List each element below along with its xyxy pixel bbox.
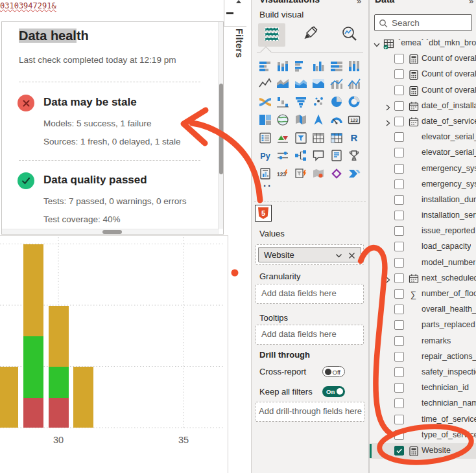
collapse-pane-icon[interactable]: » — [357, 0, 361, 6]
field-row-date_of_service[interactable]: date_of_service — [370, 114, 476, 130]
line-clustered-column-chart-icon[interactable] — [346, 75, 363, 93]
minimize-dash-icon[interactable] — [226, 12, 233, 14]
field-checkbox[interactable] — [394, 430, 404, 440]
treemap-icon[interactable] — [256, 111, 274, 128]
field-row-issue_reported[interactable]: issue_reported — [370, 224, 476, 239]
keep-all-filters-toggle[interactable]: On — [322, 386, 345, 397]
collapse-pane-icon[interactable]: » — [469, 0, 473, 6]
chevron-right-icon[interactable] — [384, 275, 392, 286]
field-row-parts_replaced[interactable]: parts_replaced — [370, 317, 476, 333]
decomposition-tree-icon[interactable] — [292, 147, 309, 165]
qna-icon[interactable] — [310, 147, 327, 165]
scatter-chart-icon[interactable] — [310, 93, 327, 111]
card-vertical-scrollbar[interactable] — [218, 22, 223, 229]
stacked-area-chart-icon[interactable] — [292, 75, 309, 93]
chevron-down-icon[interactable] — [335, 251, 342, 261]
smart-narrative-icon[interactable] — [327, 147, 345, 165]
field-checkbox[interactable] — [394, 336, 404, 346]
map-icon[interactable] — [274, 111, 292, 128]
matrix-icon[interactable] — [327, 129, 345, 146]
field-checkbox[interactable] — [394, 415, 404, 424]
stacked-column-100-chart-icon[interactable] — [346, 57, 363, 75]
field-row-emergency_syst[interactable]: emergency_syst... — [370, 177, 476, 192]
field-checkbox[interactable] — [394, 273, 404, 283]
tab-analytics[interactable] — [336, 23, 363, 47]
power-automate-icon[interactable] — [346, 165, 363, 183]
field-row-elevator_serial_[interactable]: elevator_serial_... — [370, 145, 476, 161]
field-checkbox[interactable] — [394, 117, 404, 126]
cross-report-toggle[interactable]: Off — [322, 366, 345, 377]
field-checkbox[interactable] — [394, 352, 404, 362]
field-row-countofoveral[interactable]: Count of overal... — [370, 83, 476, 98]
power-apps-icon[interactable] — [327, 165, 345, 183]
caret-up-icon[interactable] — [236, 0, 241, 3]
line-chart-icon[interactable] — [256, 75, 274, 93]
table-icon[interactable] — [310, 129, 327, 146]
metrics-icon[interactable] — [346, 147, 363, 165]
field-checkbox[interactable] — [394, 289, 404, 299]
stacked-column-chart-visual[interactable]: 3035 — [0, 235, 228, 473]
field-checkbox[interactable] — [394, 446, 404, 456]
area-chart-icon[interactable] — [274, 75, 292, 93]
field-checkbox[interactable] — [394, 383, 404, 393]
slicer-icon[interactable] — [292, 129, 309, 146]
ribbon-chart-icon[interactable] — [256, 93, 274, 111]
field-row-countofoveral[interactable]: Count of overal... — [370, 51, 476, 67]
field-row-elevator_serial_[interactable]: elevator_serial_... — [370, 130, 476, 145]
more-visuals-ellipsis[interactable]: ··· — [259, 180, 272, 191]
chevron-down-icon[interactable] — [373, 40, 381, 51]
field-checkbox[interactable] — [394, 305, 404, 314]
field-row-load_capacity[interactable]: load_capacity — [370, 239, 476, 255]
drill-through-well[interactable]: Add drill-through fields here — [255, 402, 364, 422]
field-checkbox[interactable] — [394, 195, 404, 205]
field-checkbox[interactable] — [394, 258, 404, 268]
remove-field-icon[interactable] — [348, 251, 355, 261]
arcgis-map-icon[interactable] — [310, 165, 327, 183]
field-row-emergency_syst[interactable]: emergency_syst... — [370, 161, 476, 177]
filters-pane-collapsed[interactable]: Filters — [228, 0, 252, 473]
chevron-right-icon[interactable] — [384, 102, 392, 114]
field-row-installation_dur[interactable]: installation_dur... — [370, 192, 476, 208]
line-stacked-column-chart-icon[interactable] — [327, 75, 345, 93]
values-well[interactable]: Website — [256, 244, 364, 265]
stacked-area-100-chart-icon[interactable] — [310, 75, 327, 93]
field-checkbox[interactable] — [394, 54, 404, 63]
field-checkbox[interactable] — [394, 69, 404, 79]
field-checkbox[interactable] — [394, 242, 404, 251]
card-horizontal-scrollbar[interactable] — [2, 229, 219, 234]
pie-chart-icon[interactable] — [327, 93, 345, 111]
field-checkbox[interactable] — [394, 86, 404, 95]
stacked-column-chart-icon[interactable] — [274, 57, 292, 75]
multi-row-card-icon[interactable] — [256, 129, 274, 146]
field-checkbox[interactable] — [394, 101, 404, 111]
python-visual-icon[interactable]: Py — [256, 147, 274, 165]
search-box[interactable] — [374, 14, 472, 31]
granularity-well[interactable]: Add data fields here — [256, 284, 364, 304]
field-pill-website[interactable]: Website — [258, 247, 361, 262]
gauge-icon[interactable] — [327, 111, 345, 128]
field-row-installation_serv[interactable]: installation_serv... — [370, 208, 476, 224]
field-row-model_number[interactable]: model_number — [370, 255, 476, 271]
field-row-date_of_installa[interactable]: date_of_installa... — [370, 98, 476, 114]
funnel-chart-icon[interactable] — [292, 93, 309, 111]
azure-map-icon[interactable] — [310, 111, 327, 128]
field-checkbox[interactable] — [394, 320, 404, 330]
clustered-column-chart-icon[interactable] — [310, 57, 327, 75]
key-influencers-icon[interactable] — [274, 147, 292, 165]
field-row-type_of_service[interactable]: type_of_service — [370, 428, 476, 443]
field-checkbox[interactable] — [394, 367, 404, 377]
field-row-number_of_floo[interactable]: ∑number_of_floo... — [370, 286, 476, 302]
clustered-bar-chart-icon[interactable] — [292, 57, 309, 75]
r-script-icon[interactable]: R — [346, 129, 363, 146]
field-checkbox[interactable] — [394, 148, 404, 157]
donut-chart-icon[interactable] — [346, 93, 363, 111]
html5-custom-visual-selected[interactable]: 5 — [255, 205, 272, 222]
field-row-technician_name[interactable]: technician_name — [370, 396, 476, 411]
field-row-technician_id[interactable]: technician_id — [370, 380, 476, 396]
field-table-row[interactable]: `emea` `dbt_mkn_bron... — [370, 36, 476, 51]
field-row-website[interactable]: Website — [370, 443, 476, 459]
field-row-safety_inspectio[interactable]: safety_inspectio... — [370, 365, 476, 380]
dynamic-slicer-icon[interactable] — [292, 165, 309, 183]
chevron-right-icon[interactable] — [384, 118, 392, 130]
scorecard-icon[interactable]: 123 — [274, 165, 292, 183]
